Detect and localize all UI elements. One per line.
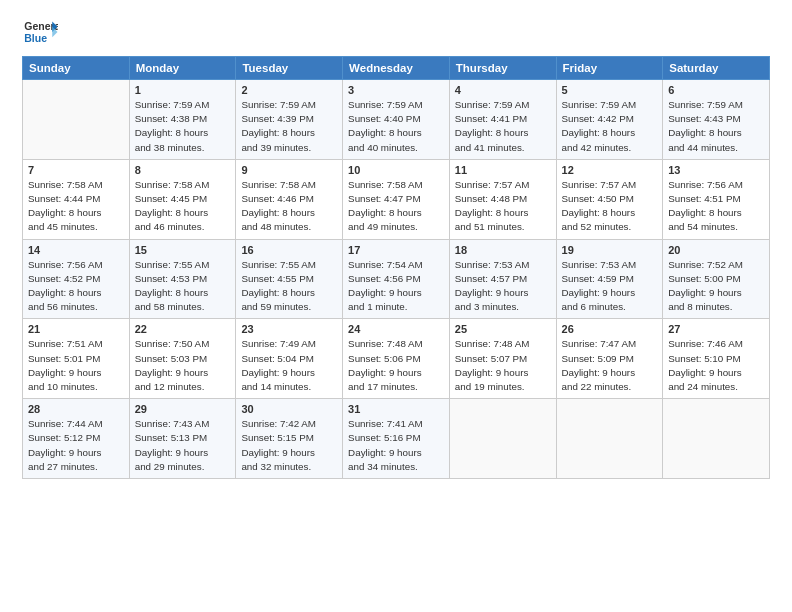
- day-info: Sunrise: 7:57 AM Sunset: 4:50 PM Dayligh…: [562, 178, 658, 235]
- calendar-cell: 9Sunrise: 7:58 AM Sunset: 4:46 PM Daylig…: [236, 159, 343, 239]
- day-number: 12: [562, 164, 658, 176]
- column-header-monday: Monday: [129, 57, 236, 80]
- day-info: Sunrise: 7:59 AM Sunset: 4:41 PM Dayligh…: [455, 98, 551, 155]
- column-header-sunday: Sunday: [23, 57, 130, 80]
- calendar-cell: [663, 399, 770, 479]
- day-number: 5: [562, 84, 658, 96]
- day-number: 24: [348, 323, 444, 335]
- day-info: Sunrise: 7:48 AM Sunset: 5:06 PM Dayligh…: [348, 337, 444, 394]
- day-info: Sunrise: 7:59 AM Sunset: 4:42 PM Dayligh…: [562, 98, 658, 155]
- day-info: Sunrise: 7:46 AM Sunset: 5:10 PM Dayligh…: [668, 337, 764, 394]
- day-number: 27: [668, 323, 764, 335]
- day-info: Sunrise: 7:51 AM Sunset: 5:01 PM Dayligh…: [28, 337, 124, 394]
- day-number: 26: [562, 323, 658, 335]
- day-number: 28: [28, 403, 124, 415]
- calendar-cell: 13Sunrise: 7:56 AM Sunset: 4:51 PM Dayli…: [663, 159, 770, 239]
- calendar-cell: 4Sunrise: 7:59 AM Sunset: 4:41 PM Daylig…: [449, 80, 556, 160]
- day-number: 21: [28, 323, 124, 335]
- calendar-cell: 21Sunrise: 7:51 AM Sunset: 5:01 PM Dayli…: [23, 319, 130, 399]
- day-number: 4: [455, 84, 551, 96]
- day-info: Sunrise: 7:44 AM Sunset: 5:12 PM Dayligh…: [28, 417, 124, 474]
- day-number: 29: [135, 403, 231, 415]
- calendar-cell: 27Sunrise: 7:46 AM Sunset: 5:10 PM Dayli…: [663, 319, 770, 399]
- day-number: 11: [455, 164, 551, 176]
- calendar-cell: [556, 399, 663, 479]
- calendar-cell: 17Sunrise: 7:54 AM Sunset: 4:56 PM Dayli…: [343, 239, 450, 319]
- calendar-cell: 25Sunrise: 7:48 AM Sunset: 5:07 PM Dayli…: [449, 319, 556, 399]
- column-header-tuesday: Tuesday: [236, 57, 343, 80]
- calendar-cell: 26Sunrise: 7:47 AM Sunset: 5:09 PM Dayli…: [556, 319, 663, 399]
- day-info: Sunrise: 7:42 AM Sunset: 5:15 PM Dayligh…: [241, 417, 337, 474]
- column-header-thursday: Thursday: [449, 57, 556, 80]
- calendar-cell: 18Sunrise: 7:53 AM Sunset: 4:57 PM Dayli…: [449, 239, 556, 319]
- day-info: Sunrise: 7:57 AM Sunset: 4:48 PM Dayligh…: [455, 178, 551, 235]
- calendar-cell: 19Sunrise: 7:53 AM Sunset: 4:59 PM Dayli…: [556, 239, 663, 319]
- day-info: Sunrise: 7:58 AM Sunset: 4:46 PM Dayligh…: [241, 178, 337, 235]
- calendar-cell: 2Sunrise: 7:59 AM Sunset: 4:39 PM Daylig…: [236, 80, 343, 160]
- day-info: Sunrise: 7:58 AM Sunset: 4:44 PM Dayligh…: [28, 178, 124, 235]
- day-number: 23: [241, 323, 337, 335]
- column-header-wednesday: Wednesday: [343, 57, 450, 80]
- day-info: Sunrise: 7:59 AM Sunset: 4:40 PM Dayligh…: [348, 98, 444, 155]
- calendar-cell: 1Sunrise: 7:59 AM Sunset: 4:38 PM Daylig…: [129, 80, 236, 160]
- day-info: Sunrise: 7:59 AM Sunset: 4:43 PM Dayligh…: [668, 98, 764, 155]
- column-header-friday: Friday: [556, 57, 663, 80]
- day-number: 15: [135, 244, 231, 256]
- day-number: 6: [668, 84, 764, 96]
- day-info: Sunrise: 7:52 AM Sunset: 5:00 PM Dayligh…: [668, 258, 764, 315]
- calendar-cell: 16Sunrise: 7:55 AM Sunset: 4:55 PM Dayli…: [236, 239, 343, 319]
- day-info: Sunrise: 7:50 AM Sunset: 5:03 PM Dayligh…: [135, 337, 231, 394]
- calendar-cell: 22Sunrise: 7:50 AM Sunset: 5:03 PM Dayli…: [129, 319, 236, 399]
- day-info: Sunrise: 7:58 AM Sunset: 4:45 PM Dayligh…: [135, 178, 231, 235]
- calendar-cell: 30Sunrise: 7:42 AM Sunset: 5:15 PM Dayli…: [236, 399, 343, 479]
- day-number: 30: [241, 403, 337, 415]
- day-info: Sunrise: 7:43 AM Sunset: 5:13 PM Dayligh…: [135, 417, 231, 474]
- calendar-cell: 23Sunrise: 7:49 AM Sunset: 5:04 PM Dayli…: [236, 319, 343, 399]
- calendar-table: SundayMondayTuesdayWednesdayThursdayFrid…: [22, 56, 770, 479]
- calendar-cell: 20Sunrise: 7:52 AM Sunset: 5:00 PM Dayli…: [663, 239, 770, 319]
- column-header-saturday: Saturday: [663, 57, 770, 80]
- calendar-cell: [23, 80, 130, 160]
- day-number: 9: [241, 164, 337, 176]
- day-info: Sunrise: 7:55 AM Sunset: 4:55 PM Dayligh…: [241, 258, 337, 315]
- day-number: 22: [135, 323, 231, 335]
- day-info: Sunrise: 7:55 AM Sunset: 4:53 PM Dayligh…: [135, 258, 231, 315]
- day-number: 13: [668, 164, 764, 176]
- page-header: General Blue: [22, 18, 770, 46]
- day-info: Sunrise: 7:59 AM Sunset: 4:38 PM Dayligh…: [135, 98, 231, 155]
- day-number: 31: [348, 403, 444, 415]
- day-number: 10: [348, 164, 444, 176]
- calendar-cell: 7Sunrise: 7:58 AM Sunset: 4:44 PM Daylig…: [23, 159, 130, 239]
- day-info: Sunrise: 7:49 AM Sunset: 5:04 PM Dayligh…: [241, 337, 337, 394]
- day-info: Sunrise: 7:53 AM Sunset: 4:57 PM Dayligh…: [455, 258, 551, 315]
- calendar-cell: 29Sunrise: 7:43 AM Sunset: 5:13 PM Dayli…: [129, 399, 236, 479]
- day-info: Sunrise: 7:58 AM Sunset: 4:47 PM Dayligh…: [348, 178, 444, 235]
- day-number: 19: [562, 244, 658, 256]
- calendar-cell: 6Sunrise: 7:59 AM Sunset: 4:43 PM Daylig…: [663, 80, 770, 160]
- day-number: 3: [348, 84, 444, 96]
- day-info: Sunrise: 7:54 AM Sunset: 4:56 PM Dayligh…: [348, 258, 444, 315]
- day-number: 2: [241, 84, 337, 96]
- calendar-cell: 10Sunrise: 7:58 AM Sunset: 4:47 PM Dayli…: [343, 159, 450, 239]
- day-number: 16: [241, 244, 337, 256]
- day-number: 7: [28, 164, 124, 176]
- calendar-cell: 14Sunrise: 7:56 AM Sunset: 4:52 PM Dayli…: [23, 239, 130, 319]
- day-number: 20: [668, 244, 764, 256]
- logo: General Blue: [22, 18, 58, 46]
- day-number: 8: [135, 164, 231, 176]
- calendar-cell: 3Sunrise: 7:59 AM Sunset: 4:40 PM Daylig…: [343, 80, 450, 160]
- calendar-cell: 8Sunrise: 7:58 AM Sunset: 4:45 PM Daylig…: [129, 159, 236, 239]
- calendar-cell: 12Sunrise: 7:57 AM Sunset: 4:50 PM Dayli…: [556, 159, 663, 239]
- calendar-cell: 11Sunrise: 7:57 AM Sunset: 4:48 PM Dayli…: [449, 159, 556, 239]
- day-info: Sunrise: 7:47 AM Sunset: 5:09 PM Dayligh…: [562, 337, 658, 394]
- day-info: Sunrise: 7:53 AM Sunset: 4:59 PM Dayligh…: [562, 258, 658, 315]
- day-number: 1: [135, 84, 231, 96]
- day-info: Sunrise: 7:48 AM Sunset: 5:07 PM Dayligh…: [455, 337, 551, 394]
- day-number: 25: [455, 323, 551, 335]
- calendar-cell: 24Sunrise: 7:48 AM Sunset: 5:06 PM Dayli…: [343, 319, 450, 399]
- calendar-cell: [449, 399, 556, 479]
- calendar-cell: 28Sunrise: 7:44 AM Sunset: 5:12 PM Dayli…: [23, 399, 130, 479]
- day-info: Sunrise: 7:56 AM Sunset: 4:51 PM Dayligh…: [668, 178, 764, 235]
- svg-text:Blue: Blue: [24, 32, 47, 44]
- day-info: Sunrise: 7:59 AM Sunset: 4:39 PM Dayligh…: [241, 98, 337, 155]
